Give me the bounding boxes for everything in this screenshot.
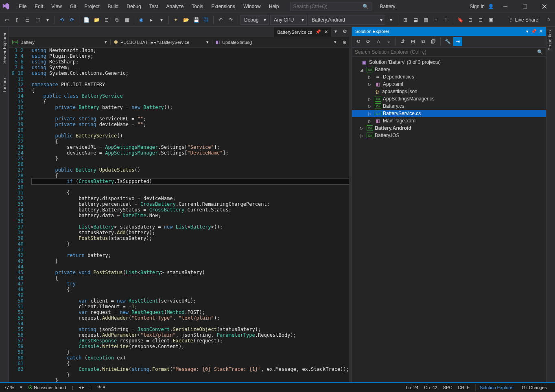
tool8-icon[interactable]: ▣ (486, 15, 495, 24)
new-file-icon[interactable]: 📄 (82, 15, 91, 24)
solution-tree[interactable]: ▣ Solution 'Battery' (3 of 3 projects) ◢… (352, 57, 546, 382)
menu-test[interactable]: Test (145, 2, 162, 11)
user-icon[interactable]: 👤 (488, 4, 494, 9)
tree-project-battery[interactable]: ◢ C# Battery (352, 66, 546, 73)
person-icon[interactable]: ⚐ (544, 15, 553, 24)
status-tab-solution-explorer[interactable]: Solution Explorer (476, 384, 518, 391)
rail-tab-properties[interactable]: Properties (546, 27, 553, 54)
tool3-icon[interactable]: ▤ (421, 15, 430, 24)
config-icon[interactable]: 👁 ▾ (97, 385, 105, 390)
maximize-button[interactable] (517, 1, 533, 12)
nav-controls[interactable]: ◂ ▸ (79, 385, 85, 390)
bookmark-icon[interactable]: 🔖 (456, 15, 465, 24)
tablet-icon[interactable]: ▯ (13, 15, 22, 24)
tool1-icon[interactable]: ⊞ (401, 15, 410, 24)
save-all-icon[interactable]: ⧉ (112, 15, 121, 24)
redo-icon[interactable]: ↷ (226, 15, 235, 24)
se-showall-icon[interactable]: ⧉ (419, 37, 428, 46)
start-icon[interactable]: ▾ (387, 15, 395, 24)
issues-indicator[interactable]: ⦿ No issues found (28, 385, 66, 390)
menu-git[interactable]: Git (66, 2, 80, 11)
se-preview-icon[interactable]: ⇥ (453, 37, 462, 46)
panel-pin-icon[interactable]: 📌 (531, 29, 537, 34)
menu-file[interactable]: File (15, 2, 31, 11)
close-button[interactable] (536, 1, 553, 12)
doc-tab-batteryservice[interactable]: BatteryService.cs 📌 ✕ (274, 27, 331, 37)
rail-tab-server-explorer[interactable]: Server Explorer (1, 29, 8, 67)
tool6-icon[interactable]: ⊡ (466, 15, 475, 24)
tree-app-xaml[interactable]: ▷◧ App.xaml (352, 81, 546, 88)
menu-build[interactable]: Build (104, 2, 123, 11)
dropdown-icon[interactable]: ▾ (157, 15, 166, 24)
platform-dropdown[interactable]: Any CPU▾ (270, 15, 307, 25)
se-refresh-icon[interactable]: ⇵ (398, 37, 407, 46)
save-blue-icon[interactable]: 💾 (192, 15, 201, 24)
menu-view[interactable]: View (47, 2, 66, 11)
device-icon[interactable]: ▭ (2, 15, 11, 24)
se-collapse-icon[interactable]: ⊟ (409, 37, 417, 46)
se-search[interactable]: 🔍 (352, 47, 546, 57)
se-search-input[interactable] (355, 49, 537, 55)
phone-icon[interactable]: ☰ (23, 15, 32, 24)
se-fwd-icon[interactable]: ⟳ (364, 37, 373, 46)
undo-icon[interactable]: ↶ (216, 15, 225, 24)
menu-debug[interactable]: Debug (122, 2, 145, 11)
live-share-button[interactable]: ⇪ Live Share (505, 17, 542, 23)
nav-project[interactable]: C# Battery▾ (9, 39, 111, 45)
close-tab-icon[interactable]: ✕ (324, 29, 328, 35)
open-icon[interactable]: 📂 (181, 15, 190, 24)
back-icon[interactable]: ⟲ (57, 15, 66, 24)
zoom-level[interactable]: 77 % (4, 385, 14, 390)
nav-class[interactable]: ⬢ PUC.IOT.BATTERY.BatteryService▾ (111, 39, 212, 45)
se-back-icon[interactable]: ⟲ (354, 37, 363, 46)
tree-batterycs[interactable]: ▷C# Battery.cs (352, 102, 546, 110)
se-sync-icon[interactable]: ⟐ (384, 37, 393, 46)
save-icon[interactable]: ⊡ (102, 15, 111, 24)
tree-mainpage[interactable]: ▷◧ MainPage.xaml (352, 117, 546, 124)
tool2-icon[interactable]: ⬓ (411, 15, 420, 24)
tree-batteryservice[interactable]: ▷C# BatteryService.cs (352, 110, 546, 117)
global-search[interactable]: 🔍 (290, 2, 371, 11)
split-icon[interactable]: ⊕ (340, 38, 349, 47)
gear-icon[interactable]: ⚙ (340, 27, 349, 36)
saveall-blue-icon[interactable]: ⿻ (202, 15, 211, 24)
forward-icon[interactable]: ⟳ (68, 15, 76, 24)
tree-dependencies[interactable]: ▷▪▪ Dependencies (352, 73, 546, 81)
tool4-icon[interactable]: ≡ (431, 15, 440, 24)
menu-tools[interactable]: Tools (188, 2, 207, 11)
new-item-icon[interactable]: ✦ (171, 15, 180, 24)
menu-project[interactable]: Project (80, 2, 103, 11)
rail-tab-toolbox[interactable]: Toolbox (1, 74, 8, 96)
menu-analyze[interactable]: Analyze (162, 2, 188, 11)
panel-close-icon[interactable]: ✕ (539, 29, 543, 34)
folder-icon[interactable]: ▦ (122, 15, 131, 24)
tree-project-android[interactable]: ▷C# Battery.Android (352, 124, 546, 132)
sync-icon[interactable]: ▾ (43, 15, 52, 24)
se-home-icon[interactable]: ⌂ (374, 37, 383, 46)
tree-solution[interactable]: ▣ Solution 'Battery' (3 of 3 projects) (352, 59, 546, 66)
status-tab-git-changes[interactable]: Git Changes (518, 384, 551, 391)
tree-project-ios[interactable]: ▷C# Battery.iOS (352, 132, 546, 139)
open-file-icon[interactable]: 📁 (92, 15, 101, 24)
panel-menu-icon[interactable]: ▾ (526, 29, 529, 34)
se-copy-icon[interactable]: 🗐 (429, 37, 438, 46)
tool5-icon[interactable]: ⋮ (441, 15, 450, 24)
tree-appsettingsmgr[interactable]: ▷C# AppSettingsManager.cs (352, 95, 546, 102)
code-editor[interactable]: using Newtonsoft.Json; using Plugin.Batt… (28, 48, 349, 382)
menu-edit[interactable]: Edit (31, 2, 47, 11)
startup-dropdown[interactable]: Battery.Android▾ (308, 15, 385, 25)
nav-fwd-icon[interactable]: ▸ (147, 15, 156, 24)
link-icon[interactable]: ⬚ (33, 15, 42, 24)
menu-help[interactable]: Help (265, 2, 283, 11)
tab-dropdown-icon[interactable]: ▾ (331, 27, 340, 36)
nav-back-icon[interactable]: ◉ (137, 15, 146, 24)
menu-extensions[interactable]: Extensions (207, 2, 239, 11)
sign-in-link[interactable]: Sign in (470, 4, 485, 9)
minimize-button[interactable] (497, 1, 513, 12)
config-dropdown[interactable]: Debug▾ (240, 15, 269, 25)
tree-appsettings[interactable]: {} appsettings.json (352, 88, 546, 95)
menu-window[interactable]: Window (239, 2, 265, 11)
se-wrench-icon[interactable]: 🔧 (443, 37, 452, 46)
tool7-icon[interactable]: ⊟ (476, 15, 485, 24)
global-search-input[interactable] (293, 4, 369, 9)
